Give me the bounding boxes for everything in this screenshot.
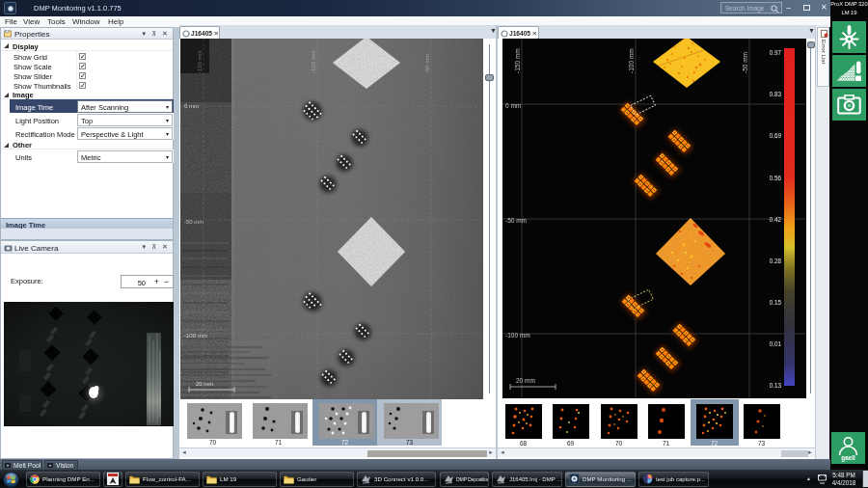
svg-text:0.69: 0.69 [770, 132, 782, 139]
svg-text:0.97: 0.97 [770, 49, 782, 56]
svg-text:0 mm: 0 mm [505, 102, 521, 109]
svg-text:0.13: 0.13 [770, 382, 782, 389]
svg-text:0.15: 0.15 [770, 299, 782, 306]
svg-text:-150 mm: -150 mm [514, 48, 521, 73]
svg-text:-50 mm: -50 mm [742, 52, 748, 73]
svg-text:-50 mm: -50 mm [184, 219, 203, 225]
svg-text:0.28: 0.28 [770, 258, 782, 264]
svg-text:20 mm: 20 mm [516, 377, 535, 384]
svg-text:-100 mm: -100 mm [311, 50, 316, 73]
svg-text:-100 mm: -100 mm [505, 332, 530, 339]
svg-text:0.01: 0.01 [770, 340, 782, 347]
svg-text:0.56: 0.56 [770, 175, 782, 181]
svg-text:20 mm: 20 mm [196, 381, 213, 387]
svg-text:-100 mm: -100 mm [184, 333, 207, 339]
svg-text:-100 mm: -100 mm [628, 48, 635, 73]
svg-text:0 mm: 0 mm [184, 103, 199, 109]
svg-text:0.42: 0.42 [770, 216, 782, 223]
svg-text:-150 mm: -150 mm [197, 50, 203, 73]
svg-text:0.83: 0.83 [770, 91, 782, 97]
svg-text:-50 mm: -50 mm [424, 54, 430, 73]
svg-text:-50 mm: -50 mm [505, 217, 527, 224]
